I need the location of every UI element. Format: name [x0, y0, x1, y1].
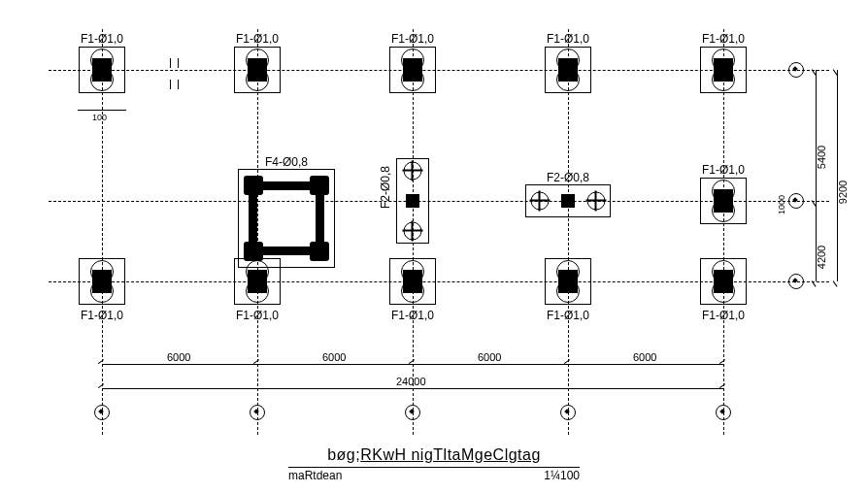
footing-f1 [700, 178, 747, 224]
subtitle-left: maRtdean [288, 469, 342, 482]
footing-f1 [545, 258, 591, 305]
footing-f1 [700, 47, 747, 93]
title-prefix: bøg; [327, 446, 360, 463]
grid-bubble-row-a [788, 62, 804, 78]
dim-col-1000: 1000 [777, 195, 786, 214]
footing-f2-horizontal [525, 184, 611, 217]
detail-tick [170, 58, 171, 68]
footing-label: F1-Ø1,0 [547, 309, 589, 322]
grid-bubble-col [716, 405, 731, 420]
footing-label: F1-Ø1,0 [236, 32, 279, 46]
footing-label-vertical: F2-Ø0,8 [379, 166, 392, 209]
dim-span: 6000 [167, 351, 190, 363]
footing-f1 [389, 258, 436, 305]
drawing-subtitle: maRtdean 1¼100 [288, 467, 580, 482]
footing-f1 [234, 258, 281, 305]
dim-line-total [102, 388, 723, 389]
footing-f1 [234, 47, 281, 93]
title-underlined: RKwH nigTltaMgeClgtag [360, 446, 541, 463]
dim-total: 24000 [396, 376, 426, 387]
footing-f1 [79, 258, 125, 305]
detail-tick [178, 58, 179, 68]
footing-f2-vertical [396, 158, 429, 244]
footing-label: F1-Ø1,0 [81, 32, 123, 46]
dim-span: 6000 [633, 351, 656, 363]
dim-v-total: 9200 [837, 181, 849, 204]
dim-v-top: 5400 [816, 146, 827, 169]
subtitle-right: 1¼100 [544, 469, 580, 482]
grid-bubble-col [250, 405, 265, 420]
drawing-canvas: F1-Ø1,0 F1-Ø1,0 F1-Ø1,0 F1-Ø1,0 F1-Ø1,0 … [0, 0, 868, 493]
footing-f1 [545, 47, 591, 93]
dim-line [78, 110, 126, 111]
grid-bubble-row-c [788, 274, 804, 289]
footing-label: F1-Ø1,0 [702, 32, 745, 46]
footing-f4 [238, 169, 335, 268]
grid-bubble-row-b [788, 193, 804, 209]
grid-bubble-col [405, 405, 420, 420]
grid-bubble-col [560, 405, 576, 420]
dim-v-bot: 4200 [816, 246, 827, 269]
footing-label: F1-Ø1,0 [547, 32, 589, 46]
footing-f1 [700, 258, 747, 305]
dim-line-v-total [837, 70, 838, 281]
drawing-title: bøg;RKwH nigTltaMgeClgtag [327, 446, 541, 464]
dim-small: 100 [92, 113, 107, 122]
dim-span: 6000 [322, 351, 346, 363]
detail-tick [170, 80, 171, 89]
footing-label: F1-Ø1,0 [236, 309, 279, 322]
footing-f1 [79, 47, 125, 93]
footing-label: F1-Ø1,0 [702, 163, 745, 177]
detail-tick [178, 80, 179, 89]
footing-label: F1-Ø1,0 [702, 309, 745, 322]
footing-label: F1-Ø1,0 [391, 32, 434, 46]
footing-label: F4-Ø0,8 [265, 155, 308, 169]
grid-bubble-col [94, 405, 110, 420]
footing-label: F1-Ø1,0 [81, 309, 123, 322]
footing-f1 [389, 47, 436, 93]
footing-label: F2-Ø0,8 [547, 171, 589, 184]
dim-span: 6000 [478, 351, 501, 363]
footing-label: F1-Ø1,0 [391, 309, 434, 322]
